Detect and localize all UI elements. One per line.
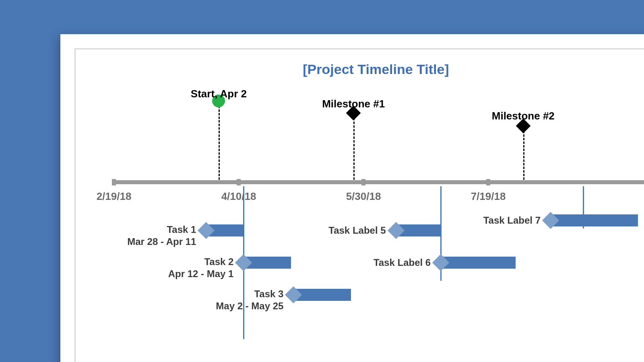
task-bar	[551, 214, 638, 226]
milestone-label: Milestone #2	[492, 110, 555, 122]
axis-tick	[486, 179, 490, 185]
axis-tick	[237, 179, 241, 185]
task-bar	[293, 289, 351, 301]
task-label: Task 1Mar 28 - Apr 11	[127, 224, 196, 248]
milestone-label: Start, Apr 2	[191, 88, 247, 100]
chart-surface: [Project Timeline Title] 2/19/184/10/185…	[76, 49, 644, 362]
timeline-axis	[112, 180, 644, 184]
task-label: Task Label 6	[374, 257, 431, 269]
milestone-line	[353, 118, 355, 180]
milestone-line	[523, 131, 524, 180]
task-bar	[441, 257, 516, 269]
inner-frame: [Project Timeline Title] 2/19/184/10/185…	[74, 48, 644, 362]
task-label: Task Label 7	[483, 214, 541, 226]
task-label: Task 2Apr 12 - May 1	[168, 256, 234, 280]
timeline-card: [Project Timeline Title] 2/19/184/10/185…	[60, 34, 644, 362]
axis-tick-label: 5/30/18	[346, 190, 381, 203]
milestone-line	[219, 106, 220, 180]
axis-tick	[112, 179, 116, 185]
task-label: Task 3May 2 - May 25	[216, 288, 283, 312]
axis-tick-label: 2/19/18	[97, 190, 132, 203]
axis-tick-label: 4/10/18	[221, 190, 256, 203]
axis-tick-label: 7/19/18	[471, 190, 506, 203]
chart-title: [Project Timeline Title]	[303, 62, 449, 77]
milestone-label: Milestone #1	[322, 98, 385, 110]
axis-tick	[361, 179, 365, 185]
task-label: Task Label 5	[328, 224, 386, 237]
